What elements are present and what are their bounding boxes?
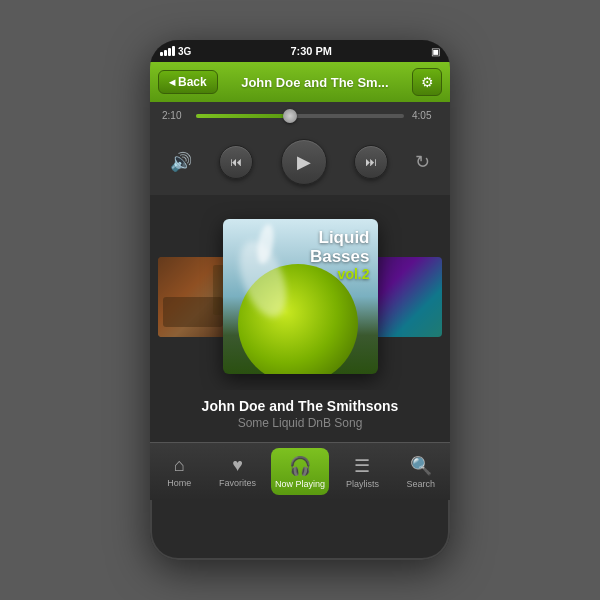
volume-button[interactable]: 🔊 [170,151,192,173]
tab-nowplaying-label: Now Playing [275,479,325,489]
play-button[interactable]: ▶ [281,139,327,185]
status-bar: 3G 7:30 PM ▣ [150,40,450,62]
repeat-button[interactable]: ↻ [415,151,430,173]
rewind-icon: ⏮ [230,155,242,169]
rewind-button[interactable]: ⏮ [219,145,253,179]
tab-home[interactable]: ⌂ Home [150,443,208,500]
song-subtitle: Some Liquid DnB Song [166,416,434,430]
home-icon: ⌂ [174,455,185,476]
battery-icon: ▣ [431,46,440,57]
tab-favorites[interactable]: ♥ Favorites [208,443,266,500]
status-right: ▣ [431,46,440,57]
forward-icon: ⏭ [365,155,377,169]
current-time: 2:10 [162,110,188,121]
forward-button[interactable]: ⏭ [354,145,388,179]
status-left: 3G [160,46,191,57]
tab-search-label: Search [407,479,436,489]
progress-fill [196,114,290,118]
album-text: Liquid Basses vol.2 [310,229,370,282]
playback-controls: 🔊 ⏮ ▶ ⏭ ↻ [150,129,450,195]
main-album-art: Liquid Basses vol.2 [223,219,378,374]
clock: 7:30 PM [290,45,332,57]
tab-favorites-label: Favorites [219,478,256,488]
tab-bar: ⌂ Home ♥ Favorites 🎧 Now Playing ☰ Playl… [150,442,450,500]
total-time: 4:05 [412,110,438,121]
progress-thumb[interactable] [283,109,297,123]
network-badge: 3G [178,46,191,57]
search-icon: 🔍 [410,455,432,477]
album-carousel: Liquid Basses vol.2 [150,195,450,390]
heart-icon: ♥ [232,455,243,476]
headphones-icon: 🎧 [289,455,311,477]
tab-home-label: Home [167,478,191,488]
header-bar: Back John Doe and The Sm... ⚙ [150,62,450,102]
back-button[interactable]: Back [158,70,218,94]
phone-frame: 3G 7:30 PM ▣ Back John Doe and The Sm...… [150,40,450,560]
album-volume: vol.2 [310,266,370,282]
volume-icon: 🔊 [170,151,192,173]
repeat-icon: ↻ [415,151,430,173]
tab-nowplaying[interactable]: 🎧 Now Playing [271,448,329,495]
tab-playlists[interactable]: ☰ Playlists [333,443,391,500]
play-icon: ▶ [297,151,311,173]
album-title-line1: Liquid [310,229,370,248]
tab-playlists-label: Playlists [346,479,379,489]
header-title: John Doe and The Sm... [224,75,406,90]
song-title: John Doe and The Smithsons [166,398,434,414]
album-current: Liquid Basses vol.2 [223,219,378,374]
album-title-line2: Basses [310,248,370,267]
progress-area: 2:10 4:05 [150,102,450,129]
gear-icon: ⚙ [421,74,434,90]
progress-bar[interactable] [196,114,404,118]
tab-search[interactable]: 🔍 Search [392,443,450,500]
signal-bars [160,46,175,56]
playlists-icon: ☰ [354,455,370,477]
song-info: John Doe and The Smithsons Some Liquid D… [150,390,450,442]
settings-button[interactable]: ⚙ [412,68,442,96]
